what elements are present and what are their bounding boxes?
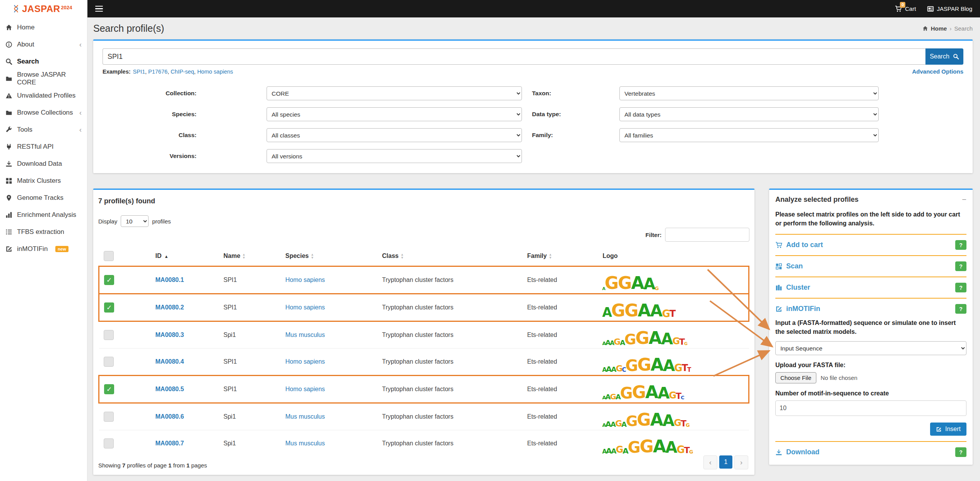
logo-letter: G (626, 415, 638, 428)
id-cell: MA0080.7 (142, 430, 219, 457)
column-header-species[interactable]: Species▴▾ (281, 246, 378, 266)
collapse-icon[interactable]: − (962, 195, 966, 204)
menu-toggle-icon[interactable] (95, 6, 103, 12)
row-checkbox[interactable] (104, 330, 114, 340)
row-checkbox[interactable]: ✓ (104, 384, 114, 394)
sidebar-item-label: Search (17, 58, 39, 65)
row-checkbox[interactable]: ✓ (104, 275, 114, 285)
cart-button[interactable]: Cart 0 (895, 5, 916, 12)
species-link[interactable]: Homo sapiens (286, 386, 325, 392)
species-link[interactable]: Homo sapiens (286, 277, 325, 283)
example-link-chip-seq[interactable]: ChIP-seq (171, 69, 194, 75)
example-link-homo-sapiens[interactable]: Homo sapiens (197, 69, 233, 75)
table-row: MA0080.6Spi1Mus musculusTryptophan clust… (99, 403, 749, 430)
next-page-button[interactable]: › (734, 455, 748, 469)
species-select[interactable]: All species (267, 107, 522, 121)
species-link[interactable]: Homo sapiens (286, 304, 325, 311)
pagination: ‹ 1 › (703, 455, 748, 469)
column-header-family[interactable]: Family▴▾ (523, 246, 598, 266)
sidebar-item-enrichment-analysis[interactable]: Enrichment Analysis (0, 206, 87, 223)
profile-id-link[interactable]: MA0080.2 (156, 304, 184, 311)
species-link[interactable]: Mus musculus (286, 440, 325, 447)
example-link-p17676[interactable]: P17676 (148, 69, 168, 75)
advanced-options-link[interactable]: Advanced Options (912, 68, 963, 75)
home-icon (922, 26, 928, 31)
versions-select[interactable]: All versions (267, 149, 522, 163)
help-button[interactable]: ? (955, 240, 966, 250)
sidebar-item-browse-jaspar-core[interactable]: Browse JASPAR CORE (0, 70, 87, 87)
sidebar-item-home[interactable]: Home (0, 19, 87, 36)
inmotifin-link[interactable]: inMOTIFin (775, 305, 820, 313)
profile-id-link[interactable]: MA0080.3 (156, 332, 184, 338)
sidebar-item-matrix-clusters[interactable]: Matrix Clusters (0, 172, 87, 189)
sidebar-item-tools[interactable]: Tools‹ (0, 121, 87, 138)
search-button[interactable]: Search (925, 48, 963, 65)
profile-id-link[interactable]: MA0080.4 (156, 358, 184, 365)
logo-letter: G (637, 412, 651, 428)
scan-link[interactable]: Scan (775, 262, 803, 270)
sidebar-item-inmotifin[interactable]: inMOTIFinnew (0, 240, 87, 258)
table-row: MA0080.3Spi1Mus musculusTryptophan clust… (99, 321, 749, 349)
sidebar-item-tfbs-extraction[interactable]: TFBS extraction (0, 223, 87, 240)
add-to-cart-link[interactable]: Add to cart (775, 241, 823, 249)
page-size-select[interactable]: 10 (121, 215, 149, 227)
data-type-select[interactable]: All data types (619, 107, 879, 121)
collection-select[interactable]: CORE (267, 86, 522, 100)
download-link[interactable]: Download (775, 448, 819, 456)
sidebar-item-about[interactable]: About‹ (0, 36, 87, 53)
profile-id-link[interactable]: MA0080.6 (156, 413, 184, 420)
help-button[interactable]: ? (955, 283, 966, 292)
current-page-button[interactable]: 1 (719, 455, 732, 469)
profile-id-link[interactable]: MA0080.1 (156, 277, 184, 283)
sequence-source-select[interactable]: Input Sequence (775, 341, 966, 355)
help-button[interactable]: ? (955, 304, 966, 314)
prev-page-button[interactable]: ‹ (703, 455, 717, 469)
class-select[interactable]: All classes (267, 128, 522, 142)
insert-button[interactable]: Insert (930, 423, 966, 436)
row-checkbox[interactable]: ✓ (104, 302, 114, 313)
brand-logo[interactable]: JASPAR2024 (0, 0, 87, 17)
help-button[interactable]: ? (955, 261, 966, 271)
column-header-id[interactable]: ID▲ (142, 246, 219, 266)
help-button[interactable]: ? (955, 447, 966, 457)
breadcrumb-home[interactable]: Home (931, 25, 947, 32)
logo-letter: G (684, 342, 688, 346)
choose-file-button[interactable]: Choose File (775, 372, 816, 383)
family-cell: Ets-related (523, 266, 598, 294)
sidebar-item-genome-tracks[interactable]: Genome Tracks (0, 189, 87, 206)
profile-id-link[interactable]: MA0080.7 (156, 440, 184, 447)
row-checkbox[interactable] (104, 412, 114, 422)
column-header-logo[interactable]: Logo (598, 246, 749, 266)
species-link[interactable]: Homo sapiens (286, 358, 325, 365)
species-link[interactable]: Mus musculus (286, 413, 325, 420)
logo-cell: AGGAAG (598, 266, 749, 294)
select-all-checkbox[interactable] (104, 251, 114, 261)
class-cell: Tryptophan cluster factors (378, 376, 523, 403)
search-input[interactable] (103, 48, 925, 65)
row-checkbox[interactable] (104, 438, 114, 448)
sidebar-item-unvalidated-profiles[interactable]: Unvalidated Profiles (0, 87, 87, 104)
column-header-name[interactable]: Name▴▾ (219, 246, 281, 266)
sidebar-item-restful-api[interactable]: RESTful API (0, 138, 87, 155)
family-select[interactable]: All families (619, 128, 879, 142)
column-label: Family (527, 253, 547, 259)
grid-icon (5, 177, 12, 184)
filter-input[interactable] (665, 228, 749, 242)
pencil-icon (936, 426, 942, 432)
example-link-spi1[interactable]: SPI1 (133, 69, 145, 75)
taxon-select[interactable]: Vertebrates (619, 86, 879, 100)
search-card: Search Examples: SPI1, P17676, ChIP-seq,… (93, 40, 973, 173)
row-checkbox[interactable] (104, 357, 114, 367)
species-link[interactable]: Mus musculus (286, 332, 325, 338)
blog-icon (927, 5, 934, 12)
sidebar-item-download-data[interactable]: Download Data (0, 155, 87, 172)
sidebar-item-search[interactable]: Search (0, 53, 87, 70)
sidebar-item-browse-collections[interactable]: Browse Collections‹ (0, 104, 87, 121)
sequence-logo: AAAGAGGAAGTG (603, 406, 744, 428)
cluster-link[interactable]: Cluster (775, 283, 810, 292)
column-header-class[interactable]: Class▴▾ (378, 246, 523, 266)
motif-count-input[interactable] (775, 400, 966, 416)
logo-letter: A (602, 307, 612, 318)
blog-link[interactable]: JASPAR Blog (927, 5, 972, 12)
profile-id-link[interactable]: MA0080.5 (156, 386, 184, 392)
